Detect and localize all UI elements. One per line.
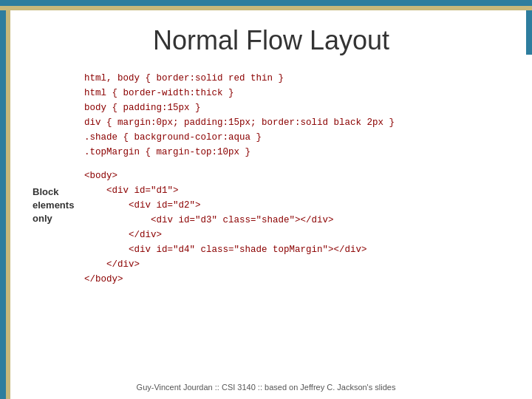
code-html-line: </div> bbox=[84, 257, 510, 272]
top-bar-teal bbox=[0, 0, 532, 6]
code-css-line: html { border-width:thick } bbox=[84, 86, 510, 100]
code-section: Blockelementsonly html, body { border:so… bbox=[33, 71, 510, 287]
code-css-line: div { margin:0px; padding:15px; border:s… bbox=[84, 115, 510, 130]
top-bar-container bbox=[0, 0, 532, 10]
code-css-line: body { padding:15px } bbox=[84, 100, 510, 115]
code-html-line: <div id="d1"> bbox=[84, 183, 510, 198]
block-label: Blockelementsonly bbox=[33, 185, 84, 287]
code-html-line: <body> bbox=[84, 168, 510, 183]
code-css-line: .topMargin { margin-top:10px } bbox=[84, 145, 510, 160]
left-bar-container bbox=[0, 10, 10, 399]
code-html-line: <div id="d4" class="shade topMargin"></d… bbox=[84, 242, 510, 257]
code-html-line: </div> bbox=[84, 228, 510, 242]
code-html-line: <div id="d3" class="shade"></div> bbox=[84, 213, 510, 228]
footer: Guy-Vincent Jourdan :: CSI 3140 :: based… bbox=[0, 383, 532, 392]
code-html-line: <div id="d2"> bbox=[84, 198, 510, 213]
code-block: html, body { border:solid red thin }html… bbox=[84, 71, 510, 287]
code-css-line: .shade { background-color:aqua } bbox=[84, 130, 510, 145]
code-css-line: html, body { border:solid red thin } bbox=[84, 71, 510, 86]
code-html-line: </body> bbox=[84, 272, 510, 287]
slide-content: Normal Flow Layout Blockelementsonly htm… bbox=[10, 10, 532, 399]
slide-title: Normal Flow Layout bbox=[33, 25, 510, 56]
left-bar-teal bbox=[0, 10, 6, 399]
